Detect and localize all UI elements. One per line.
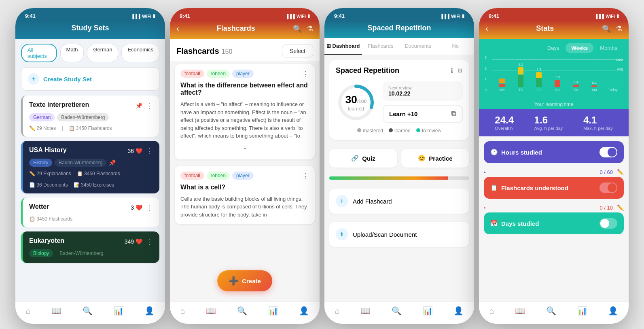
nav-user-3[interactable]: 👤 — [453, 306, 464, 316]
search-icon-flash[interactable]: 🔍 — [293, 24, 302, 33]
nav-book-4[interactable]: 📖 — [515, 306, 525, 316]
back-button-4[interactable]: ‹ — [485, 24, 488, 33]
flashcards-understood-card: 📋 Flashcards understood — [484, 177, 624, 199]
dot-review — [416, 128, 420, 132]
nav-search-2[interactable]: 🔍 — [237, 306, 247, 316]
sr-header-title: Spaced Repetition — [367, 24, 431, 32]
card-texte-interpretieren[interactable]: Texte interpretieren 📌 ⋮ German Baden-Wü… — [21, 96, 159, 137]
flash-question-1: What is the difference between effect an… — [180, 82, 309, 96]
create-fab-button[interactable]: ➕ Create — [217, 270, 272, 291]
flashcards-toggle[interactable] — [600, 183, 617, 193]
home-icon-2: ⌂ — [180, 306, 185, 316]
edit-icon-flash[interactable]: ✏️ — [617, 204, 624, 211]
nav-home-4[interactable]: ⌂ — [489, 306, 494, 316]
sr-progress-area: 30/100 learned Next review 10.02.22 Lear… — [336, 81, 463, 123]
card-usa-history[interactable]: USA History 36 ❤️ ⋮ History Baden-Württe… — [21, 141, 159, 193]
nav-chart-1[interactable]: 📊 — [114, 306, 124, 316]
back-button-2[interactable]: ‹ — [176, 24, 179, 33]
bar-fr: 1.8 Fr — [530, 68, 548, 92]
card-icon: 📋 — [490, 184, 498, 191]
filter-icon-stats[interactable]: ⚗ — [616, 24, 622, 33]
select-button[interactable]: Select — [282, 45, 313, 57]
tag-bw-1: Baden-Württemberg — [57, 113, 109, 121]
stats-title: Stats — [536, 24, 554, 33]
edit-icon-hours[interactable]: ✏️ — [617, 169, 624, 175]
chip-economics[interactable]: Economics — [121, 44, 159, 62]
signal-icon-3: ▐▐▐ — [440, 14, 449, 19]
stat-max-label: Max. h per day — [583, 126, 613, 131]
divider-1: | — [61, 125, 63, 131]
tab-flashcards[interactable]: Flashcards — [362, 38, 400, 55]
nav-chart-3[interactable]: 📊 — [423, 306, 433, 316]
practice-label: Practice — [429, 155, 452, 162]
nav-chart-2[interactable]: 📊 — [268, 306, 278, 316]
sr-learn-button[interactable]: Learn +10 ⧉ — [383, 105, 463, 123]
signal-icon: ▐▐▐ — [131, 14, 140, 19]
stat-flashcards-3: 📋 3450 Flashcards — [29, 216, 72, 222]
nav-search-1[interactable]: 🔍 — [83, 306, 93, 316]
upload-label: Upload/Scan Document — [353, 231, 417, 238]
flashcards-header: ‹ Flashcards 🔍 ⚗ — [170, 21, 320, 39]
search-icon-stats[interactable]: 🔍 — [602, 24, 611, 33]
status-bar-2: 9:41 ▐▐▐ WiFi ▮ — [170, 8, 320, 21]
card-menu-2[interactable]: ⋮ — [146, 146, 153, 155]
flash-card-1[interactable]: football robben player ⋮ What is the dif… — [175, 64, 315, 159]
flash-progress-value: 0 / 10 — [600, 205, 613, 211]
days-toggle[interactable] — [600, 218, 617, 229]
nav-book-2[interactable]: 📖 — [206, 306, 216, 316]
expand-button-1[interactable]: ⌄ — [180, 140, 309, 154]
nav-search-3[interactable]: 🔍 — [392, 306, 402, 316]
create-study-set-btn[interactable]: + Create Study Set — [21, 67, 159, 91]
sr-main-card: Spaced Repetition ℹ ⚙ 30/100 learned — [329, 60, 469, 140]
nav-user-4[interactable]: 👤 — [608, 306, 618, 316]
hours-studied-toggle[interactable] — [600, 147, 617, 157]
nav-home-3[interactable]: ⌂ — [335, 306, 340, 316]
status-bar-3: 9:41 ▐▐▐ WiFi ▮ — [324, 8, 474, 21]
quiz-button[interactable]: 🔗 Quiz — [329, 149, 397, 168]
tag-bw-2: Baden-Württemberg — [55, 159, 106, 167]
nav-home-2[interactable]: ⌂ — [180, 306, 185, 316]
add-flashcard-button[interactable]: + Add Flashcard — [329, 189, 469, 214]
practice-button[interactable]: 😊 Practice — [401, 149, 469, 168]
flash-card-menu-1[interactable]: ⋮ — [302, 70, 309, 79]
tab-dashboard[interactable]: ⊞ Dashboard — [324, 38, 362, 55]
card-title-4: Eukaryoten — [29, 237, 64, 244]
nav-user-2[interactable]: 👤 — [299, 306, 309, 316]
flash-card-2[interactable]: football robben player ⋮ What is a cell?… — [175, 166, 315, 225]
nav-user-1[interactable]: 👤 — [144, 306, 155, 316]
tab-weeks[interactable]: Weeks — [566, 43, 593, 53]
info-icon[interactable]: ℹ — [451, 67, 453, 74]
filter-icon-flash[interactable]: ⚗ — [307, 24, 313, 33]
sr-progress-label: learned — [345, 106, 366, 111]
nav-book-3[interactable]: 📖 — [360, 306, 371, 316]
book-icon-3: 📖 — [360, 306, 371, 316]
nav-chart-4[interactable]: 📊 — [577, 306, 587, 316]
tag-player-2: player — [232, 172, 254, 180]
chip-math[interactable]: Math — [60, 44, 84, 62]
card-menu-1[interactable]: ⋮ — [146, 101, 153, 110]
stats-summary: 24.4 Overall h 1.6 Avg. h per day 4.1 Ma… — [479, 109, 629, 136]
nav-search-4[interactable]: 🔍 — [546, 306, 556, 316]
nav-book-1[interactable]: 📖 — [51, 306, 61, 316]
tab-days[interactable]: Days — [542, 43, 565, 53]
chip-all-subjects[interactable]: All subjects — [21, 44, 57, 62]
settings-icon[interactable]: ⚙ — [457, 67, 463, 74]
status-time-1: 9:41 — [25, 13, 36, 19]
card-menu-3[interactable]: ⋮ — [146, 203, 153, 212]
sr-next-date: 10.02.22 — [388, 90, 457, 97]
wifi-icon-3: WiFi — [451, 14, 460, 19]
book-icon-2: 📖 — [206, 306, 216, 316]
card-wetter[interactable]: Wetter 3 ❤️ ⋮ 📋 3450 Flashcards — [21, 197, 159, 227]
card-menu-4[interactable]: ⋮ — [146, 237, 153, 246]
tab-no[interactable]: No — [437, 38, 475, 55]
card-eukaryoten[interactable]: Eukaryoten 349 ❤️ ⋮ Biology Baden-Württe… — [21, 231, 159, 263]
bottom-nav-2: ⌂ 📖 🔍 📊 👤 — [170, 301, 320, 324]
book-icon-4: 📖 — [515, 306, 525, 316]
upload-document-button[interactable]: ⬆ Upload/Scan Document — [329, 222, 469, 247]
tab-months[interactable]: Months — [594, 43, 623, 53]
pin-icon-2: 📌 — [109, 159, 116, 166]
flash-card-menu-2[interactable]: ⋮ — [302, 172, 309, 180]
tab-documents[interactable]: Documents — [399, 38, 437, 55]
chip-german[interactable]: German — [87, 44, 118, 62]
nav-home-1[interactable]: ⌂ — [26, 306, 31, 316]
